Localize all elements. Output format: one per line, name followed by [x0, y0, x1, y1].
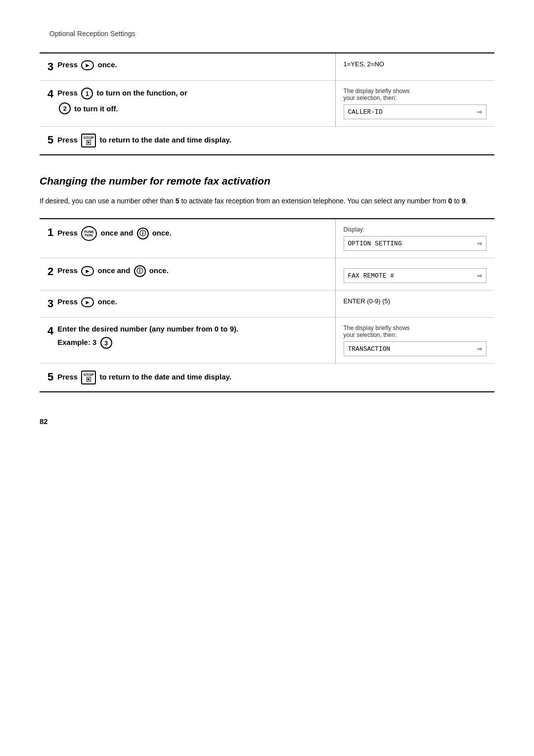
step-number-5-top: 5 [47, 134, 53, 146]
bot-step-4-right: The display briefly showsyour selection,… [335, 318, 494, 364]
bot-step-2-left: 2 Press ► once and ⓘ once. [40, 258, 335, 290]
top-step-3-display: 1=YES, 2=NO [344, 60, 384, 68]
stop-button-bot5: STOP ■ [81, 371, 96, 384]
bot-step-3-right: ENTER (0-9) (5) [335, 290, 494, 318]
top-step-3-text: Press ► once. [57, 60, 117, 70]
top-step-4-text: Press 1 to turn on the function, or 2 to… [57, 88, 187, 114]
bot-step-3-display-text: ENTER (0-9) (5) [344, 297, 391, 305]
nav-button-top3: ► [81, 60, 94, 70]
bot-step-4-text: Enter the desired number (any number fro… [57, 325, 238, 349]
top-step-4-display-label: The display briefly showsyour selection,… [344, 88, 487, 101]
top-step-4-arrow: ⇨ [477, 107, 482, 117]
top-instruction-table: 3 Press ► once. 1=YES, 2=NO 4 Press 1 [40, 52, 494, 155]
bot-step-2-text: Press ► once and ⓘ once. [57, 265, 169, 277]
bot-step-1-row: 1 Press FUNKTION once and ⓘ once. Displa… [40, 219, 494, 258]
bot-step-2-display-text: FAX REMOTE # [348, 272, 395, 280]
bot-step-1-text: Press FUNKTION once and ⓘ once. [57, 226, 172, 241]
top-step-5-row: 5 Press STOP ■ to return to the date and… [40, 127, 494, 155]
bot-step-2-right: FAX REMOTE # ⇨ [335, 258, 494, 290]
circle-btn-1-bot1: ⓘ [137, 228, 149, 239]
bot-step-4-display-text: TRANSACTION [348, 345, 391, 353]
section-intro-line1: If desired, you can use a number other t… [40, 197, 467, 205]
bot-step-5-row: 5 Press STOP ■ to return to the date and… [40, 364, 494, 392]
page-number: 82 [40, 417, 494, 425]
top-step-5-cell: 5 Press STOP ■ to return to the date and… [40, 127, 494, 155]
top-step-3-left: 3 Press ► once. [40, 53, 335, 81]
bottom-instruction-table: 1 Press FUNKTION once and ⓘ once. Displa… [40, 218, 494, 392]
funktion-button: FUNKTION [81, 226, 97, 241]
bot-step-1-display-label: Display: [344, 226, 487, 233]
top-step-3-row: 3 Press ► once. 1=YES, 2=NO [40, 53, 494, 81]
step-number-3: 3 [47, 60, 53, 73]
bot-step-number-5: 5 [47, 371, 53, 383]
circle-btn-1-bot2: ⓘ [134, 265, 146, 277]
bot-step-3-row: 3 Press ► once. ENTER (0-9) (5) [40, 290, 494, 318]
bot-step-1-display-box: OPTION SETTING ⇨ [344, 236, 487, 251]
top-step-4-display-text: CALLER-ID [348, 108, 383, 116]
stop-button-top5: STOP ■ [81, 134, 96, 147]
bot-step-number-1: 1 [47, 226, 53, 239]
nav-button-bot2a: ► [81, 266, 94, 276]
bot-step-1-arrow: ⇨ [477, 238, 482, 248]
bot-step-4-display-box: TRANSACTION ⇨ [344, 341, 487, 356]
page-header: Optional Reception Settings [49, 30, 494, 38]
section-intro: If desired, you can use a number other t… [40, 196, 494, 206]
bot-step-1-right: Display: OPTION SETTING ⇨ [335, 219, 494, 258]
circle-btn-1-top4: 1 [81, 88, 93, 99]
nav-button-bot3: ► [81, 297, 94, 307]
bot-step-2-display-box: FAX REMOTE # ⇨ [344, 268, 487, 283]
top-step-4-display-box: CALLER-ID ⇨ [344, 104, 487, 119]
bot-step-2-row: 2 Press ► once and ⓘ once. FAX REMOTE # … [40, 258, 494, 290]
bot-step-1-display-text: OPTION SETTING [348, 240, 402, 247]
bot-step-number-3: 3 [47, 297, 53, 310]
bot-step-number-4: 4 [47, 325, 53, 337]
bot-step-number-2: 2 [47, 265, 53, 278]
bot-step-4-left: 4 Enter the desired number (any number f… [40, 318, 335, 364]
bot-step-4-row: 4 Enter the desired number (any number f… [40, 318, 494, 364]
bot-step-5-text: Press STOP ■ to return to the date and t… [57, 371, 231, 384]
bot-step-2-arrow: ⇨ [477, 271, 482, 281]
bot-step-5-cell: 5 Press STOP ■ to return to the date and… [40, 364, 494, 392]
circle-btn-2-top4: 2 [59, 102, 71, 114]
step-number-4: 4 [47, 88, 53, 100]
top-step-4-right: The display briefly showsyour selection,… [335, 81, 494, 127]
top-step-4-left: 4 Press 1 to turn on the function, or 2 … [40, 81, 335, 127]
bot-step-4-arrow: ⇨ [477, 344, 482, 354]
bot-step-3-left: 3 Press ► once. [40, 290, 335, 318]
top-step-3-right: 1=YES, 2=NO [335, 53, 494, 81]
top-step-4-row: 4 Press 1 to turn on the function, or 2 … [40, 81, 494, 127]
section-heading: Changing the number for remote fax activ… [40, 175, 494, 187]
top-step-5-text: Press STOP ■ to return to the date and t… [57, 134, 231, 147]
bot-step-3-text: Press ► once. [57, 297, 117, 307]
bot-step-1-left: 1 Press FUNKTION once and ⓘ once. [40, 219, 335, 258]
circle-btn-3-bot4: 3 [100, 337, 112, 349]
bot-step-4-display-label: The display briefly showsyour selection,… [344, 325, 487, 338]
